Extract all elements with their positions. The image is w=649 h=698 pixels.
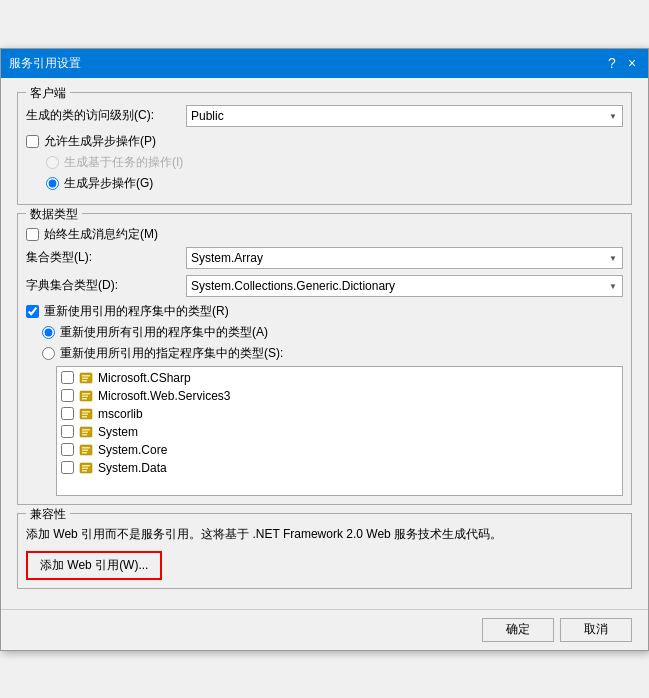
collection-type-select[interactable]: System.Array System.Collections.Generic.… — [186, 247, 623, 269]
dict-collection-label: 字典集合类型(D): — [26, 277, 186, 294]
title-bar-buttons: ? × — [604, 55, 640, 71]
assembly-name: System.Core — [98, 443, 167, 457]
allow-async-label: 允许生成异步操作(P) — [44, 133, 156, 150]
dict-collection-row: 字典集合类型(D): System.Collections.Generic.Di… — [26, 275, 623, 297]
svg-rect-1 — [82, 375, 90, 377]
svg-rect-23 — [82, 470, 87, 472]
svg-rect-11 — [82, 416, 87, 418]
generate-task-row: 生成基于任务的操作(I) — [46, 154, 623, 171]
list-item: Microsoft.Web.Services3 — [59, 387, 620, 405]
access-level-select[interactable]: Public Internal — [186, 105, 623, 127]
assembly-checkbox[interactable] — [61, 461, 74, 474]
always-generate-label: 始终生成消息约定(M) — [44, 226, 158, 243]
dialog: 服务引用设置 ? × 客户端 生成的类的访问级别(C): Public Inte… — [0, 48, 649, 651]
access-level-select-wrapper: Public Internal — [186, 105, 623, 127]
assembly-name: System.Data — [98, 461, 167, 475]
reuse-all-label: 重新使用所有引用的程序集中的类型(A) — [60, 324, 268, 341]
bottom-bar: 确定 取消 — [1, 609, 648, 650]
reuse-specified-label: 重新使用所引用的指定程序集中的类型(S): — [60, 345, 283, 362]
data-type-section: 数据类型 始终生成消息约定(M) 集合类型(L): System.Array S… — [17, 213, 632, 505]
svg-rect-15 — [82, 434, 87, 436]
compat-description: 添加 Web 引用而不是服务引用。这将基于 .NET Framework 2.0… — [26, 526, 623, 543]
allow-async-row: 允许生成异步操作(P) — [26, 133, 623, 150]
generate-async-row: 生成异步操作(G) — [46, 175, 623, 192]
reuse-specified-radio[interactable] — [42, 347, 55, 360]
generate-async-radio[interactable] — [46, 177, 59, 190]
svg-rect-14 — [82, 431, 88, 433]
svg-rect-22 — [82, 467, 88, 469]
allow-async-checkbox[interactable] — [26, 135, 39, 148]
collection-type-row: 集合类型(L): System.Array System.Collections… — [26, 247, 623, 269]
help-button[interactable]: ? — [604, 55, 620, 71]
compat-section: 兼容性 添加 Web 引用而不是服务引用。这将基于 .NET Framework… — [17, 513, 632, 589]
reuse-all-row: 重新使用所有引用的程序集中的类型(A) — [42, 324, 623, 341]
dict-collection-select-wrapper: System.Collections.Generic.Dictionary — [186, 275, 623, 297]
title-bar: 服务引用设置 ? × — [1, 49, 648, 78]
svg-rect-18 — [82, 449, 88, 451]
collection-type-select-wrapper: System.Array System.Collections.Generic.… — [186, 247, 623, 269]
svg-rect-5 — [82, 393, 90, 395]
add-web-ref-button[interactable]: 添加 Web 引用(W)... — [26, 551, 162, 580]
assembly-icon — [78, 460, 94, 476]
assembly-listbox[interactable]: Microsoft.CSharpMicrosoft.Web.Services3m… — [56, 366, 623, 496]
assembly-checkbox[interactable] — [61, 389, 74, 402]
reuse-types-label: 重新使用引用的程序集中的类型(R) — [44, 303, 229, 320]
svg-rect-7 — [82, 398, 87, 400]
list-item: System — [59, 423, 620, 441]
svg-rect-3 — [82, 380, 87, 382]
assembly-name: mscorlib — [98, 407, 143, 421]
assembly-name: System — [98, 425, 138, 439]
svg-rect-13 — [82, 429, 90, 431]
dialog-content: 客户端 生成的类的访问级别(C): Public Internal 允许生成异步… — [1, 78, 648, 609]
svg-rect-9 — [82, 411, 90, 413]
reuse-specified-row: 重新使用所引用的指定程序集中的类型(S): — [42, 345, 623, 362]
assembly-icon — [78, 406, 94, 422]
client-section: 客户端 生成的类的访问级别(C): Public Internal 允许生成异步… — [17, 92, 632, 205]
reuse-types-row: 重新使用引用的程序集中的类型(R) — [26, 303, 623, 320]
assembly-name: Microsoft.CSharp — [98, 371, 191, 385]
generate-task-label: 生成基于任务的操作(I) — [64, 154, 183, 171]
reuse-types-checkbox[interactable] — [26, 305, 39, 318]
collection-type-label: 集合类型(L): — [26, 249, 186, 266]
assembly-checkbox[interactable] — [61, 371, 74, 384]
access-level-row: 生成的类的访问级别(C): Public Internal — [26, 105, 623, 127]
ok-button[interactable]: 确定 — [482, 618, 554, 642]
assembly-name: Microsoft.Web.Services3 — [98, 389, 231, 403]
assembly-icon — [78, 442, 94, 458]
always-generate-row: 始终生成消息约定(M) — [26, 226, 623, 243]
access-level-label: 生成的类的访问级别(C): — [26, 107, 186, 124]
close-button[interactable]: × — [624, 55, 640, 71]
reuse-all-radio[interactable] — [42, 326, 55, 339]
assembly-icon — [78, 370, 94, 386]
dict-collection-select[interactable]: System.Collections.Generic.Dictionary — [186, 275, 623, 297]
list-item: Microsoft.CSharp — [59, 369, 620, 387]
list-item: System.Data — [59, 459, 620, 477]
list-item: mscorlib — [59, 405, 620, 423]
svg-rect-2 — [82, 377, 88, 379]
cancel-button[interactable]: 取消 — [560, 618, 632, 642]
assembly-icon — [78, 424, 94, 440]
generate-async-label: 生成异步操作(G) — [64, 175, 153, 192]
svg-rect-21 — [82, 465, 90, 467]
svg-rect-10 — [82, 413, 88, 415]
generate-task-radio[interactable] — [46, 156, 59, 169]
always-generate-checkbox[interactable] — [26, 228, 39, 241]
assembly-checkbox[interactable] — [61, 425, 74, 438]
svg-rect-17 — [82, 447, 90, 449]
svg-rect-19 — [82, 452, 87, 454]
data-type-section-label: 数据类型 — [26, 206, 82, 223]
client-section-label: 客户端 — [26, 85, 70, 102]
svg-rect-6 — [82, 395, 88, 397]
compat-label: 兼容性 — [26, 506, 70, 523]
list-item: System.Core — [59, 441, 620, 459]
dialog-title: 服务引用设置 — [9, 55, 81, 72]
assembly-icon — [78, 388, 94, 404]
assembly-checkbox[interactable] — [61, 407, 74, 420]
assembly-checkbox[interactable] — [61, 443, 74, 456]
